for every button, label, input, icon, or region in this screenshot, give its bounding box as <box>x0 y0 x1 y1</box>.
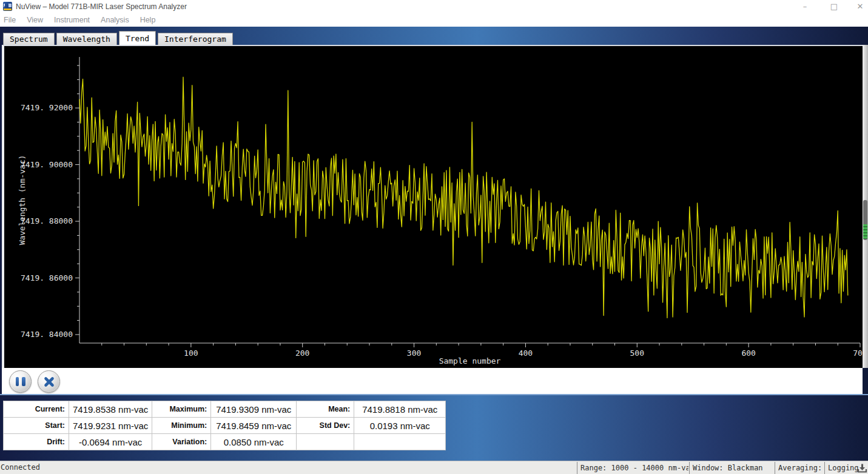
range-status: Range: 1000 - 14000 nm-vac <box>577 462 688 474</box>
trend-chart-panel: 7419. 840007419. 860007419. 880007419. 9… <box>2 45 863 368</box>
tab-strip: SpectrumWavelengthTrendInterferogram <box>3 31 233 45</box>
svg-text:200: 200 <box>295 349 309 358</box>
menu-instrument[interactable]: Instrument <box>49 13 95 27</box>
trend-plot: 7419. 840007419. 860007419. 880007419. 9… <box>4 46 863 368</box>
stat-label: Minimum: <box>152 418 211 434</box>
window-title: NuView – Model 771B-MIR Laser Spectrum A… <box>16 0 187 13</box>
stat-value: 7419.8459 nm-vac <box>211 418 297 434</box>
stat-value: 7419.9309 nm-vac <box>211 401 297 418</box>
stats-row: Start:7419.9231 nm-vacMinimum:7419.8459 … <box>4 418 446 434</box>
scrollbar-thumb[interactable] <box>863 200 867 240</box>
x-icon <box>43 376 55 388</box>
svg-text:7419. 92000: 7419. 92000 <box>21 103 73 112</box>
stat-label: Start: <box>4 418 69 434</box>
logging-status: Logging <box>824 462 868 474</box>
svg-text:7419. 84000: 7419. 84000 <box>21 330 73 339</box>
app-icon-wave <box>4 4 12 7</box>
tab-trend[interactable]: Trend <box>119 31 156 45</box>
stats-row: Current:7419.8538 nm-vacMaximum:7419.930… <box>4 401 446 418</box>
minimize-icon[interactable]: – <box>797 0 813 13</box>
statistics-table: Current:7419.8538 nm-vacMaximum:7419.930… <box>3 401 446 450</box>
stat-label: Maximum: <box>152 401 211 418</box>
svg-text:600: 600 <box>741 349 755 358</box>
stat-label <box>297 434 354 450</box>
clear-trend-button[interactable] <box>38 370 60 393</box>
acquisition-toolbar <box>2 368 863 394</box>
svg-text:Sample number: Sample number <box>439 356 501 366</box>
logging-download-icon[interactable] <box>857 463 867 473</box>
svg-text:7419. 86000: 7419. 86000 <box>21 273 73 282</box>
stat-value <box>354 434 446 450</box>
svg-text:7419. 90000: 7419. 90000 <box>21 160 73 169</box>
svg-text:7419. 88000: 7419. 88000 <box>21 216 73 225</box>
svg-text:300: 300 <box>407 349 421 358</box>
stat-value: 7419.8818 nm-vac <box>354 401 446 418</box>
pause-button[interactable] <box>9 370 32 393</box>
app-icon <box>3 2 12 11</box>
svg-text:700: 700 <box>853 349 863 358</box>
stat-label: Current: <box>4 401 69 418</box>
stat-label: Std Dev: <box>297 418 354 434</box>
stat-value: -0.0694 nm-vac <box>69 434 152 450</box>
title-bar: NuView – Model 771B-MIR Laser Spectrum A… <box>0 0 868 13</box>
stats-row: Drift:-0.0694 nm-vacVariation:0.0850 nm-… <box>4 434 446 450</box>
logging-label: Logging <box>828 464 859 472</box>
maximize-icon[interactable]: □ <box>826 0 842 13</box>
menu-analysis[interactable]: Analysis <box>95 13 135 27</box>
tab-spectrum[interactable]: Spectrum <box>3 33 55 45</box>
thumb-grip-lines <box>863 224 867 239</box>
svg-text:Wavelength (nm-vac): Wavelength (nm-vac) <box>18 155 27 245</box>
svg-text:400: 400 <box>519 349 533 358</box>
averaging-status: Averaging: Off <box>775 462 824 474</box>
stat-label: Mean: <box>297 401 354 418</box>
stat-value: 0.0193 nm-vac <box>354 418 446 434</box>
pause-icon <box>16 377 19 386</box>
stat-label: Drift: <box>4 434 69 450</box>
stat-value: 7419.9231 nm-vac <box>69 418 152 434</box>
menu-file[interactable]: File <box>0 13 21 27</box>
stat-label: Variation: <box>152 434 211 450</box>
svg-text:500: 500 <box>630 349 644 358</box>
vertical-scrollbar[interactable] <box>863 45 868 368</box>
stat-value: 0.0850 nm-vac <box>211 434 297 450</box>
svg-text:100: 100 <box>184 349 198 358</box>
tab-wavelength[interactable]: Wavelength <box>56 33 117 45</box>
tab-interferogram[interactable]: Interferogram <box>158 33 233 45</box>
panel-divider <box>0 394 868 395</box>
app-icon-accent <box>4 8 12 10</box>
menu-view[interactable]: View <box>21 13 49 27</box>
menu-help[interactable]: Help <box>135 13 161 27</box>
menu-bar: FileViewInstrumentAnalysisHelp <box>0 13 868 27</box>
close-icon[interactable]: ✕ <box>852 0 868 13</box>
connection-status: Connected <box>1 461 40 474</box>
status-bar: Connected Range: 1000 - 14000 nm-vac Win… <box>0 461 868 474</box>
window-function-status: Window: Blackman <box>689 462 774 474</box>
stat-value: 7419.8538 nm-vac <box>69 401 152 418</box>
